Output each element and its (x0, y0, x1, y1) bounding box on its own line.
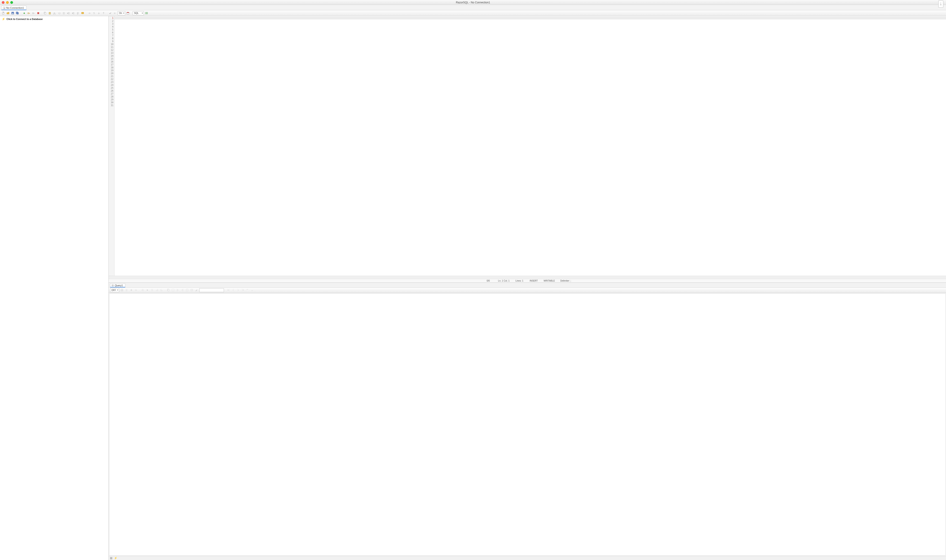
svg-rect-16 (145, 12, 148, 14)
results-refresh-icon[interactable] (141, 288, 145, 292)
footer-bolt-icon: ⚡ (114, 557, 117, 560)
svg-rect-2 (12, 13, 14, 14)
key-icon[interactable] (27, 11, 31, 15)
close-tab-icon[interactable]: ✕ (3, 7, 5, 9)
plug-icon: ⚡ (2, 17, 5, 21)
results-list-icon[interactable] (125, 288, 129, 292)
clock-icon (112, 284, 114, 286)
new-file-icon[interactable] (2, 11, 5, 15)
table-icon[interactable] (145, 11, 149, 15)
window-title: RazorSQL - No Connection1 (456, 1, 490, 4)
arrow-forward-icon[interactable] (88, 11, 91, 15)
zoom-window-button[interactable] (10, 1, 13, 4)
arrow-up-icon[interactable] (102, 11, 106, 15)
editor-horizontal-scrollbar[interactable] (109, 276, 946, 279)
nav-next-icon[interactable] (236, 288, 240, 292)
indent-left-icon[interactable] (62, 11, 66, 15)
svg-rect-10 (49, 12, 51, 14)
sql-editor-pane: 1234567891011121314151617181920212223242… (109, 16, 946, 283)
svg-rect-21 (186, 289, 188, 291)
save-all-icon[interactable] (15, 11, 20, 15)
status-insert-mode: INSERT (529, 280, 538, 282)
undo-icon[interactable] (57, 11, 61, 15)
arrow-down-icon[interactable] (97, 11, 101, 15)
status-position: 0/0 (484, 280, 493, 282)
results-export2-icon[interactable] (190, 288, 194, 292)
editor-status-bar: 0/0 Ln. 1 Col. 1 Lines: 1 INSERT WRITABL… (109, 279, 946, 283)
svg-rect-7 (37, 12, 39, 14)
calendar-icon[interactable] (126, 11, 130, 15)
swap-icon[interactable] (92, 11, 96, 15)
database-sidebar: ⚡ Click to Connect to a Database (0, 16, 109, 560)
results-rerun-icon[interactable] (145, 288, 150, 292)
minimize-window-button[interactable] (6, 1, 9, 4)
svg-rect-19 (168, 289, 169, 291)
results-edit-icon[interactable] (194, 288, 199, 292)
results-toolbar: OFF (109, 288, 946, 293)
nav-prev-icon[interactable] (231, 288, 235, 292)
copy-icon[interactable] (43, 11, 47, 15)
results-redo-icon[interactable] (160, 288, 164, 292)
connect-to-database-link[interactable]: ⚡ Click to Connect to a Database (2, 17, 107, 21)
autocommit-dropdown[interactable]: On (118, 11, 125, 15)
line-number-gutter: 1234567891011121314151617181920212223242… (109, 16, 114, 276)
nav-more2-icon[interactable] (250, 288, 254, 292)
indent-right-icon[interactable] (66, 11, 71, 15)
results-swap-icon[interactable] (150, 288, 154, 292)
connection-tab-active[interactable]: ✕ No Connection1 (2, 6, 26, 10)
results-footer: ⚡ (109, 556, 946, 560)
query-tabs: Query1 (109, 283, 946, 288)
results-remove-icon[interactable] (134, 288, 138, 292)
cut-icon[interactable] (52, 11, 57, 15)
svg-rect-17 (121, 289, 123, 291)
connection-tabs: ✕ No Connection1 (0, 5, 946, 10)
close-window-button[interactable] (2, 1, 5, 4)
window-titlebar: RazorSQL - No Connection1 TR (0, 0, 946, 5)
svg-rect-4 (17, 12, 19, 14)
footer-status-icon (110, 557, 112, 559)
results-grid[interactable] (109, 294, 946, 555)
autorefresh-dropdown[interactable]: OFF (110, 288, 119, 292)
status-lines: Lines: 1 (515, 280, 524, 282)
format-icon[interactable] (76, 11, 80, 15)
results-undo-icon[interactable] (155, 288, 159, 292)
results-pane: Query1 OFF (109, 283, 946, 560)
open-file-icon[interactable] (6, 11, 10, 15)
results-align-left-icon[interactable] (176, 288, 180, 292)
results-select-all-icon[interactable] (171, 288, 175, 292)
svg-rect-13 (82, 12, 84, 14)
trial-badge[interactable]: TR (938, 0, 943, 8)
comment-icon[interactable] (81, 11, 85, 15)
status-delimiter: Delimiter: ; (560, 280, 571, 282)
language-dropdown[interactable]: SQL (133, 11, 144, 15)
svg-rect-15 (127, 12, 129, 13)
query-tab-active[interactable]: Query1 (110, 283, 125, 288)
outdent-icon[interactable] (71, 11, 75, 15)
connect-link-label: Click to Connect to a Database (6, 18, 43, 20)
nav-more1-icon[interactable] (245, 288, 250, 292)
main-toolbar: On SQL (0, 10, 946, 16)
results-align-right-icon[interactable] (181, 288, 185, 292)
results-filter-input[interactable] (199, 288, 224, 292)
nav-last-icon[interactable] (241, 288, 245, 292)
results-copy-icon[interactable] (166, 288, 170, 292)
traffic-lights (2, 1, 13, 4)
connection-tab-label: No Connection1 (6, 6, 24, 9)
svg-point-6 (32, 12, 34, 14)
sql-editor-textarea[interactable] (114, 16, 946, 276)
results-export1-icon[interactable] (185, 288, 189, 292)
svg-point-5 (28, 12, 29, 14)
check-icon[interactable] (108, 11, 112, 15)
stop-icon[interactable] (36, 11, 40, 15)
svg-rect-9 (45, 12, 46, 14)
paste-icon[interactable] (48, 11, 52, 15)
status-line-col: Ln. 1 Col. 1 (498, 280, 509, 282)
results-add-icon[interactable] (130, 288, 133, 292)
results-grid-icon[interactable] (120, 288, 124, 292)
save-icon[interactable] (11, 11, 15, 15)
connect-icon[interactable] (22, 11, 26, 15)
nav-first-icon[interactable] (227, 288, 231, 292)
back-icon[interactable] (113, 11, 117, 15)
key2-icon[interactable] (32, 11, 35, 15)
query-tab-label: Query1 (115, 284, 123, 287)
